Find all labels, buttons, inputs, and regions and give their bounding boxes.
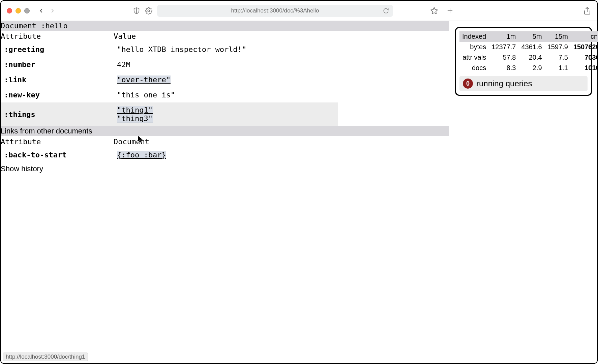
new-tab-button[interactable] <box>446 7 454 14</box>
svg-point-0 <box>148 10 150 12</box>
back-button[interactable] <box>38 7 44 14</box>
attr-key: :number <box>4 60 117 69</box>
close-window-button[interactable] <box>7 8 12 13</box>
attr-key: :link <box>4 75 117 84</box>
running-queries[interactable]: 0 running queries <box>459 76 588 91</box>
stats-15m: 7.5 <box>545 52 571 63</box>
chevron-left-icon <box>38 8 44 14</box>
backlink-row: :back-to-start {:foo :bar} <box>1 147 338 162</box>
reload-button[interactable] <box>383 8 389 14</box>
chevron-right-icon <box>50 8 56 14</box>
stats-5m: 4361.6 <box>518 42 544 52</box>
stats-col-15m: 15m <box>545 31 571 42</box>
attr-row-things: :things "thing1" "thing3" <box>1 102 338 126</box>
stats-row-docs: docs 8.3 2.9 1.1 1010 <box>459 63 598 73</box>
show-history-link[interactable]: Show history <box>1 162 449 173</box>
settings-button[interactable] <box>145 7 152 14</box>
page-content: Document :hello Attribute Value :greetin… <box>1 21 597 363</box>
backlinks-attr-header: Attribute <box>1 138 114 146</box>
stats-1m: 12377.7 <box>489 42 518 52</box>
attr-key: :greeting <box>4 45 117 54</box>
document-title: Document :hello <box>1 21 449 31</box>
attr-header-label: Attribute <box>1 32 114 40</box>
attr-row-number: :number 42M <box>1 57 338 72</box>
backlinks-doc-header: Document <box>114 138 338 146</box>
backlink-key: :back-to-start <box>4 151 117 159</box>
indexed-stats-table: Indexed 1m 5m 15m cnt bytes 12377.7 4361… <box>459 31 598 73</box>
stats-label: attr vals <box>459 52 489 63</box>
maximize-window-button[interactable] <box>24 8 30 13</box>
stats-col-1m: 1m <box>489 31 518 42</box>
attributes-header-row: Attribute Value <box>1 31 338 42</box>
window-controls <box>7 8 30 13</box>
stats-15m: 1597.9 <box>545 42 571 52</box>
shield-icon <box>133 7 140 14</box>
star-icon <box>430 7 438 15</box>
browser-toolbar: http://localhost:3000/doc/%3Ahello <box>1 1 597 21</box>
stats-1m: 57.8 <box>489 52 518 63</box>
val-header-label: Value <box>114 32 338 40</box>
document-pane: Document :hello Attribute Value :greetin… <box>1 21 449 173</box>
status-bar-link: http://localhost:3000/doc/thing1 <box>3 353 88 361</box>
bookmark-button[interactable] <box>430 7 438 15</box>
doc-link-over-there[interactable]: "over-there" <box>117 75 171 84</box>
attr-key: :new-key <box>4 91 117 99</box>
stats-5m: 20.4 <box>518 52 544 63</box>
stats-label: bytes <box>459 42 489 52</box>
share-button[interactable] <box>583 7 591 15</box>
attr-key: :things <box>4 110 117 119</box>
queries-count-badge: 0 <box>463 79 473 89</box>
backlinks-table: Attribute Document :back-to-start {:foo … <box>1 136 338 162</box>
backlinks-header-row: Attribute Document <box>1 136 338 147</box>
stats-panel: Indexed 1m 5m 15m cnt bytes 12377.7 4361… <box>455 27 592 96</box>
stats-col-cnt: cnt <box>571 31 598 42</box>
attr-value: 42M <box>117 60 338 69</box>
links-from-other-title: Links from other documents <box>1 126 449 136</box>
attr-value: "hello XTDB inspector world!" <box>117 45 338 54</box>
gear-icon <box>145 7 152 14</box>
doc-link-foo-bar[interactable]: {:foo :bar} <box>117 151 166 159</box>
queries-label: running queries <box>476 79 532 88</box>
stats-1m: 8.3 <box>489 63 518 73</box>
stats-col-indexed: Indexed <box>459 31 489 42</box>
privacy-shield-button[interactable] <box>133 7 140 14</box>
reload-icon <box>383 8 389 14</box>
attr-row-link: :link "over-there" <box>1 72 338 87</box>
url-text: http://localhost:3000/doc/%3Ahello <box>231 7 319 14</box>
attr-value: "this one is" <box>117 91 338 99</box>
stats-cnt: 7036 <box>571 52 598 63</box>
stats-row-attr-vals: attr vals 57.8 20.4 7.5 7036 <box>459 52 598 63</box>
svg-marker-1 <box>431 7 438 14</box>
plus-icon <box>446 7 454 14</box>
forward-button[interactable] <box>49 7 56 14</box>
stats-cnt: 1010 <box>571 63 598 73</box>
attributes-table: Attribute Value :greeting "hello XTDB in… <box>1 31 338 126</box>
share-icon <box>583 7 591 15</box>
browser-window: http://localhost:3000/doc/%3Ahello Docum… <box>0 0 598 364</box>
stats-cnt: 1507620 <box>571 42 598 52</box>
minimize-window-button[interactable] <box>16 8 21 13</box>
stats-col-5m: 5m <box>518 31 544 42</box>
stats-15m: 1.1 <box>545 63 571 73</box>
doc-link-thing3[interactable]: "thing3" <box>117 114 153 123</box>
address-bar[interactable]: http://localhost:3000/doc/%3Ahello <box>157 5 393 17</box>
stats-header-row: Indexed 1m 5m 15m cnt <box>459 31 598 42</box>
stats-5m: 2.9 <box>518 63 544 73</box>
attr-row-new-key: :new-key "this one is" <box>1 87 338 102</box>
stats-label: docs <box>459 63 489 73</box>
attr-row-greeting: :greeting "hello XTDB inspector world!" <box>1 42 338 57</box>
doc-link-thing1[interactable]: "thing1" <box>117 106 153 114</box>
stats-row-bytes: bytes 12377.7 4361.6 1597.9 1507620 <box>459 42 598 52</box>
